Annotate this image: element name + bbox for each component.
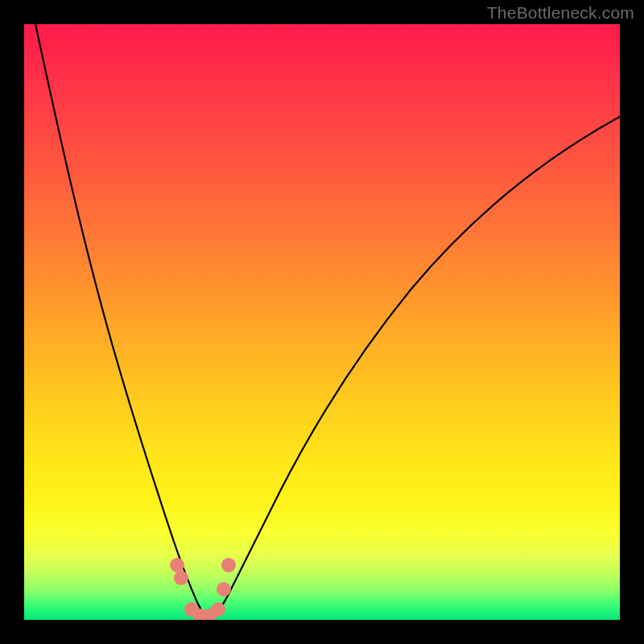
curves-svg <box>24 24 620 620</box>
chart-frame: TheBottleneck.com <box>0 0 644 644</box>
marker-dot <box>217 582 231 597</box>
marker-dot <box>174 571 188 585</box>
right-curve <box>213 117 620 618</box>
watermark-text: TheBottleneck.com <box>487 3 634 23</box>
marker-dot <box>211 602 225 617</box>
left-curve <box>35 24 208 618</box>
marker-dot <box>170 558 184 572</box>
plot-area <box>24 24 620 620</box>
marker-dot <box>221 558 236 572</box>
